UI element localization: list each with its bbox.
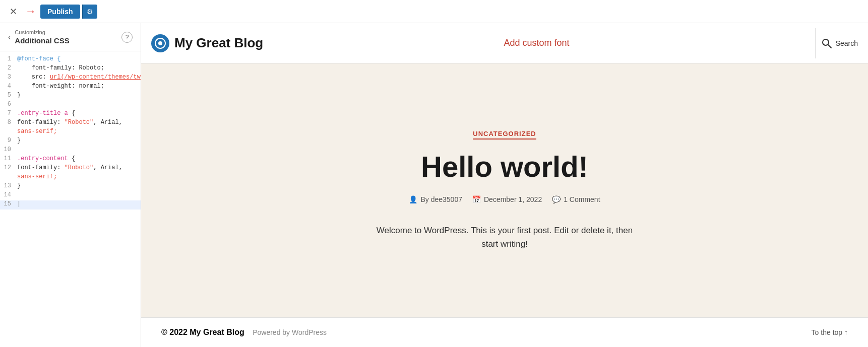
line-number: 9	[0, 137, 15, 146]
code-line-14: 14	[0, 191, 141, 200]
help-button[interactable]: ?	[121, 32, 133, 43]
line-content	[15, 101, 141, 110]
code-line-8: 8 font-family: "Roboto", Arial,	[0, 119, 141, 128]
line-number: 10	[0, 146, 15, 155]
svg-line-3	[828, 45, 831, 48]
publish-button[interactable]: Publish	[40, 5, 80, 19]
code-line-15[interactable]: 15 |	[0, 200, 141, 210]
calendar-icon: 📅	[472, 195, 481, 203]
preview-footer: © 2022 My Great Blog Powered by WordPres…	[141, 317, 868, 347]
code-line-3: 3 src: url(/wp-content/themes/twentytwen…	[0, 74, 141, 83]
top-bar: ✕ → Publish ⚙	[0, 0, 868, 23]
line-number: 7	[0, 110, 15, 119]
to-top-link[interactable]: To the top ↑	[812, 328, 848, 336]
line-number: 4	[0, 83, 15, 92]
post-comments: 💬 1 Comment	[552, 195, 600, 203]
code-line-8b: sans-serif;	[0, 128, 141, 137]
line-number: 14	[0, 191, 15, 200]
post-category[interactable]: UNCATEGORIZED	[473, 130, 536, 140]
code-line-10: 10	[0, 146, 141, 155]
preview-area: My Great Blog Add custom font Search UNC…	[141, 23, 868, 347]
line-content: src: url(/wp-content/themes/twentytwenty…	[15, 74, 141, 83]
main-layout: ‹ Customizing Additional CSS ? 1 @font-f…	[0, 23, 868, 347]
close-button[interactable]: ✕	[6, 5, 20, 19]
line-content: @font-face {	[15, 55, 141, 64]
code-line-13: 13 }	[0, 182, 141, 191]
line-number: 8	[0, 119, 15, 128]
code-line-5: 5 }	[0, 92, 141, 101]
svg-point-2	[823, 39, 829, 45]
line-number	[0, 173, 15, 182]
code-line-4: 4 font-weight: normal;	[0, 83, 141, 92]
code-line-12b: sans-serif;	[0, 173, 141, 182]
wordpress-icon	[155, 38, 166, 49]
line-number: 5	[0, 92, 15, 101]
line-number: 13	[0, 182, 15, 191]
code-editor[interactable]: 1 @font-face { 2 font-family: Roboto; 3 …	[0, 51, 141, 347]
panel-title-group: Customizing Additional CSS	[15, 29, 69, 45]
search-label: Search	[836, 39, 858, 47]
back-button[interactable]: ‹	[8, 33, 11, 42]
preview-logo: My Great Blog	[151, 34, 263, 52]
publish-group: → Publish ⚙	[25, 5, 97, 19]
footer-copyright: © 2022 My Great Blog	[161, 328, 244, 336]
comments-text: 1 Comment	[564, 195, 600, 203]
code-line-1: 1 @font-face {	[0, 55, 141, 64]
line-content	[15, 146, 141, 155]
line-number: 15	[0, 200, 15, 210]
back-icon: ‹	[8, 33, 11, 42]
line-content: |	[15, 200, 141, 210]
date-text: December 1, 2022	[484, 195, 542, 203]
line-content: }	[15, 137, 141, 146]
footer-powered: Powered by WordPress	[253, 328, 327, 336]
line-content: font-family: "Roboto", Arial,	[15, 119, 141, 128]
search-icon	[821, 37, 833, 49]
line-content: font-family: "Roboto", Arial,	[15, 164, 141, 173]
line-number	[0, 128, 15, 137]
preview-nav: My Great Blog Add custom font Search	[141, 23, 868, 63]
code-line-7: 7 .entry-title a {	[0, 110, 141, 119]
search-nav-item[interactable]: Search	[821, 37, 858, 49]
line-number: 6	[0, 101, 15, 110]
author-name: By dee35007	[420, 195, 462, 203]
line-number: 3	[0, 74, 15, 83]
post-excerpt: Welcome to WordPress. This is your first…	[374, 224, 636, 251]
panel-header-left: ‹ Customizing Additional CSS	[8, 29, 70, 45]
line-content: font-family: Roboto;	[15, 64, 141, 74]
code-line-12: 12 font-family: "Roboto", Arial,	[0, 164, 141, 173]
nav-right-group: Search	[810, 28, 858, 58]
code-line-11: 11 .entry-content {	[0, 155, 141, 164]
customizing-label: Customizing	[15, 29, 69, 35]
line-content: .entry-content {	[15, 155, 141, 164]
footer-left: © 2022 My Great Blog Powered by WordPres…	[161, 328, 327, 337]
line-content: }	[15, 182, 141, 191]
arrow-icon: →	[25, 5, 36, 18]
post-title: Hello world!	[421, 150, 588, 183]
line-content: sans-serif;	[15, 128, 141, 137]
logo-icon	[151, 34, 169, 52]
line-number: 2	[0, 64, 15, 74]
blog-title: My Great Blog	[174, 35, 263, 51]
line-content: .entry-title a {	[15, 110, 141, 119]
line-content: }	[15, 92, 141, 101]
close-icon: ✕	[10, 6, 17, 17]
left-panel: ‹ Customizing Additional CSS ? 1 @font-f…	[0, 23, 141, 347]
post-author: 👤 By dee35007	[409, 195, 462, 203]
code-line-2: 2 font-family: Roboto;	[0, 64, 141, 74]
nav-divider	[815, 28, 816, 58]
panel-header: ‹ Customizing Additional CSS ?	[0, 23, 141, 51]
line-content: sans-serif;	[15, 173, 141, 182]
panel-title: Additional CSS	[15, 36, 69, 45]
author-icon: 👤	[409, 195, 417, 203]
line-content: font-weight: normal;	[15, 83, 141, 92]
preview-content: UNCATEGORIZED Hello world! 👤 By dee35007…	[141, 63, 868, 317]
line-number: 1	[0, 55, 15, 64]
line-content	[15, 191, 141, 200]
comment-icon: 💬	[552, 195, 561, 203]
line-number: 11	[0, 155, 15, 164]
svg-point-1	[158, 41, 162, 45]
gear-button[interactable]: ⚙	[82, 5, 97, 19]
line-number: 12	[0, 164, 15, 173]
add-custom-font-link[interactable]: Add custom font	[504, 38, 569, 48]
code-line-9: 9 }	[0, 137, 141, 146]
